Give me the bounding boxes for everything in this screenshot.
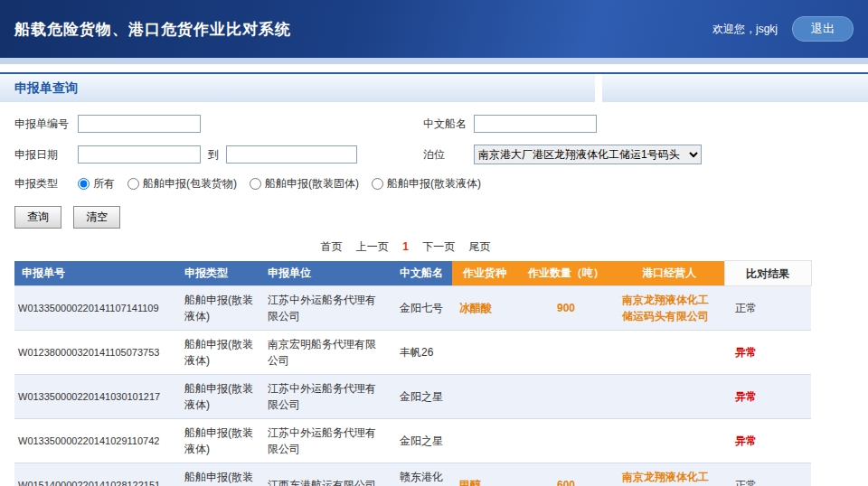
col-compare-result: 比对结果 — [724, 261, 811, 286]
ship-name-cell: 赣东港化166 — [392, 463, 452, 486]
compare-result-cell: 异常 — [724, 419, 811, 463]
declare-unit-cell: 江西东港航运有限公司 — [260, 463, 392, 486]
port-operator-cell — [615, 419, 724, 463]
declare-unit-cell: 南京宏明船务代理有限公司 — [260, 331, 392, 375]
port-operator-cell: 南京龙翔液体化工储运码头有限公司 — [615, 463, 724, 486]
col-cargo-type: 作业货种 — [452, 261, 517, 286]
cargo-type-cell — [452, 419, 517, 463]
cargo-type-cell: 冰醋酸 — [452, 286, 517, 331]
form-row-2: 申报日期 到 泊位 南京港大厂港区龙翔液体化工储运1号码头 — [14, 145, 868, 164]
ship-name-group: 中文船名 — [423, 115, 832, 133]
declare-type-cell: 船舶申报(散装液体) — [177, 463, 260, 486]
declaration-no-cell: W013350000220141030101217 — [14, 375, 177, 419]
col-declare-unit: 申报单位 — [260, 261, 392, 286]
compare-result-cell: 异常 — [724, 375, 811, 419]
compare-result-cell: 正常 — [724, 286, 811, 331]
declaration-no-cell: W012380000320141105073753 — [14, 331, 177, 375]
form-row-3: 申报类型 所有 船舶申报(包装货物) 船舶申报(散装固体) 船舶申报(散装液体) — [14, 176, 868, 192]
compare-result-cell: 异常 — [724, 331, 811, 375]
col-port-operator: 港口经营人 — [615, 261, 724, 286]
date-to-input[interactable] — [226, 145, 357, 164]
berth-label: 泊位 — [423, 147, 474, 163]
clear-button[interactable]: 清空 — [73, 206, 120, 229]
radio-packaged-goods-label: 船舶申报(包装货物) — [143, 176, 237, 192]
cargo-type-cell: 甲醇 — [452, 463, 517, 486]
col-declaration-no: 申报单号 — [14, 261, 177, 286]
ship-name-cell: 金阳七号 — [392, 286, 452, 331]
compare-result-cell: 正常 — [724, 463, 811, 486]
ship-name-label: 中文船名 — [423, 117, 474, 132]
query-form: 申报单编号 中文船名 申报日期 到 泊位 南京港大厂港区龙翔液体化工储运1号码头… — [0, 102, 868, 229]
berth-group: 泊位 南京港大厂港区龙翔液体化工储运1号码头 — [423, 145, 832, 164]
radio-all-label: 所有 — [93, 176, 115, 192]
welcome-text: 欢迎您，jsgkj — [712, 22, 778, 37]
results-table-head: 申报单号 申报类型 申报单位 中文船名 作业货种 作业数量（吨） 港口经营人 比… — [14, 261, 811, 286]
date-from-input[interactable] — [78, 145, 201, 164]
tab-declaration-query[interactable]: 申报单查询 — [0, 74, 602, 102]
radio-packaged-goods[interactable] — [127, 178, 139, 190]
app-title: 船载危险货物、港口危货作业比对系统 — [14, 19, 291, 40]
ship-name-cell: 丰帆26 — [392, 331, 452, 375]
header-right: 欢迎您，jsgkj 退出 — [712, 16, 854, 42]
cargo-type-cell — [452, 375, 517, 419]
header-row: 申报单号 申报类型 申报单位 中文船名 作业货种 作业数量（吨） 港口经营人 比… — [14, 261, 811, 286]
radio-item-bulk-solid: 船舶申报(散装固体) — [250, 176, 359, 192]
cargo-qty-cell — [517, 375, 615, 419]
header-divider-strip — [0, 58, 868, 64]
port-operator-cell — [615, 331, 724, 375]
declaration-no-input[interactable] — [78, 115, 201, 133]
cargo-qty-cell — [517, 331, 615, 375]
declare-type-cell: 船舶申报(散装液体) — [177, 419, 260, 463]
page-first-link[interactable]: 首页 — [320, 240, 342, 253]
ship-name-cell: 金阳之星 — [392, 419, 452, 463]
radio-item-bulk-liquid: 船舶申报(散装液体) — [372, 176, 481, 192]
berth-select[interactable]: 南京港大厂港区龙翔液体化工储运1号码头 — [474, 145, 702, 164]
page-current: 1 — [402, 240, 409, 253]
declaration-no-cell: W015140000220141028122151 — [14, 463, 177, 486]
declaration-no-group: 申报单编号 — [14, 115, 423, 133]
table-row: W013350000220141107141109船舶申报(散装液体)江苏中外运… — [14, 286, 811, 331]
results-table-body: W013350000220141107141109船舶申报(散装液体)江苏中外运… — [14, 286, 811, 486]
radio-bulk-solid-label: 船舶申报(散装固体) — [265, 176, 359, 192]
declare-unit-cell: 江苏中外运船务代理有限公司 — [260, 419, 392, 463]
form-buttons: 查询 清空 — [14, 206, 868, 229]
radio-item-packaged: 船舶申报(包装货物) — [127, 176, 237, 192]
page-prev-link[interactable]: 上一页 — [356, 240, 389, 253]
declare-unit-cell: 江苏中外运船务代理有限公司 — [260, 375, 392, 419]
declare-unit-cell: 江苏中外运船务代理有限公司 — [260, 286, 392, 331]
tab-bar-filler — [602, 74, 868, 102]
ship-name-input[interactable] — [474, 115, 597, 133]
results-table: 申报单号 申报类型 申报单位 中文船名 作业货种 作业数量（吨） 港口经营人 比… — [14, 260, 812, 486]
col-ship-name: 中文船名 — [392, 261, 452, 286]
cargo-qty-cell: 600 — [517, 463, 615, 486]
radio-bulk-liquid[interactable] — [372, 178, 383, 190]
tab-bar: 申报单查询 — [0, 72, 868, 102]
radio-all[interactable] — [78, 178, 90, 190]
col-cargo-qty: 作业数量（吨） — [517, 261, 615, 286]
tab-label: 申报单查询 — [14, 80, 78, 97]
page-last-link[interactable]: 尾页 — [469, 240, 491, 253]
ship-name-cell: 金阳之星 — [392, 375, 452, 419]
port-operator-cell — [615, 375, 724, 419]
table-row: W013350000220141029110742船舶申报(散装液体)江苏中外运… — [14, 419, 811, 463]
declare-type-cell: 船舶申报(散装液体) — [177, 375, 260, 419]
pagination-top: 首页 上一页 1 下一页 尾页 — [0, 239, 811, 255]
query-button[interactable]: 查询 — [14, 206, 61, 229]
app-header: 船载危险货物、港口危货作业比对系统 欢迎您，jsgkj 退出 — [0, 0, 868, 58]
page-next-link[interactable]: 下一页 — [422, 240, 455, 253]
table-row: W015140000220141028122151船舶申报(散装液体)江西东港航… — [14, 463, 811, 486]
radio-bulk-solid[interactable] — [250, 178, 261, 190]
form-row-1: 申报单编号 中文船名 — [14, 115, 868, 133]
declare-type-cell: 船舶申报(散装液体) — [177, 286, 260, 331]
declaration-no-label: 申报单编号 — [14, 117, 78, 132]
port-operator-cell: 南京龙翔液体化工储运码头有限公司 — [615, 286, 724, 331]
cargo-qty-cell — [517, 419, 615, 463]
radio-item-all: 所有 — [78, 176, 115, 192]
declare-date-group: 申报日期 到 — [14, 145, 423, 164]
declaration-no-cell: W013350000220141029110742 — [14, 419, 177, 463]
col-declare-type: 申报类型 — [177, 261, 260, 286]
table-row: W012380000320141105073753船舶申报(散装液体)南京宏明船… — [14, 331, 811, 375]
logout-button[interactable]: 退出 — [792, 16, 854, 42]
declare-type-radio-group: 所有 船舶申报(包装货物) 船舶申报(散装固体) 船舶申报(散装液体) — [78, 176, 494, 192]
declare-type-cell: 船舶申报(散装液体) — [177, 331, 260, 375]
